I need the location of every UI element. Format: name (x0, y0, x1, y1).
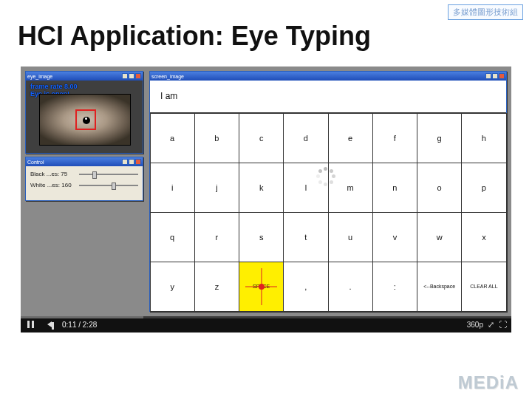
control-window-title: Control (27, 160, 44, 165)
slider1-track[interactable] (79, 174, 138, 175)
slider1-thumb[interactable] (92, 171, 97, 179)
key-v[interactable]: v (372, 212, 417, 262)
eye-window-titlebar[interactable]: eye_image (26, 72, 143, 81)
key-w[interactable]: w (417, 212, 462, 262)
pause-button[interactable] (21, 318, 40, 332)
key-f[interactable]: f (372, 113, 417, 163)
close-button[interactable] (135, 159, 141, 165)
video-controls: 0:11 / 2:28 360p ⤢ ⛶ (21, 316, 511, 332)
keyboard-body: I am abcdefghijklmnopqrstuvwxyzSPACE,.:<… (150, 81, 506, 311)
key-t[interactable]: t (283, 212, 328, 262)
slider-row-1: Black ...es: 75 (30, 171, 138, 177)
key-x[interactable]: x (461, 212, 506, 262)
eye-tracker-window: eye_image frame rate 8.00 Eye is open! (25, 71, 143, 154)
minimize-button[interactable] (485, 73, 491, 79)
key-z[interactable]: z (194, 262, 239, 312)
key-clear-all[interactable]: CLEAR ALL (461, 262, 506, 312)
window-buttons (122, 159, 141, 165)
key-c[interactable]: c (239, 113, 284, 163)
slider2-track[interactable] (79, 185, 138, 186)
key-i[interactable]: i (150, 163, 195, 213)
progress-bar[interactable] (21, 316, 511, 318)
maximize-button[interactable] (129, 159, 134, 165)
volume-icon (47, 321, 52, 327)
key-l[interactable]: l (283, 163, 328, 213)
window-buttons (485, 73, 505, 79)
key-r[interactable]: r (194, 212, 239, 262)
typed-text-area: I am (150, 81, 506, 113)
eye-detection-box (75, 109, 96, 130)
key-e[interactable]: e (328, 113, 373, 163)
minimize-button[interactable] (122, 159, 128, 165)
eye-window-content: frame rate 8.00 Eye is open! (26, 81, 143, 153)
volume-button[interactable] (40, 318, 59, 332)
control-window-titlebar[interactable]: Control (26, 157, 143, 166)
gaze-crosshair-icon (239, 262, 283, 311)
close-button[interactable] (135, 73, 141, 79)
progress-loaded (21, 316, 143, 318)
timecode: 0:11 / 2:28 (62, 321, 97, 329)
key-[interactable]: : (372, 262, 417, 312)
keyboard-window-title: screen_image (151, 74, 184, 79)
window-buttons (122, 73, 141, 79)
minimize-button[interactable] (122, 73, 128, 79)
key-s[interactable]: s (239, 212, 284, 262)
keyboard-grid: abcdefghijklmnopqrstuvwxyzSPACE,.:<--Bac… (150, 113, 506, 311)
key-[interactable]: . (328, 262, 373, 312)
key-y[interactable]: y (150, 262, 195, 312)
key-p[interactable]: p (461, 163, 506, 213)
slider2-thumb[interactable] (112, 183, 116, 190)
control-window-content: Black ...es: 75 White ...es: 160 (26, 166, 143, 200)
eye-window-title: eye_image (27, 74, 52, 79)
maximize-button[interactable] (129, 73, 134, 79)
glint-marker (85, 117, 87, 120)
media-watermark: MEDiA (458, 372, 519, 393)
key-g[interactable]: g (417, 113, 462, 163)
theater-mode-icon[interactable]: ⤢ (488, 320, 494, 330)
left-column: eye_image frame rate 8.00 Eye is open! (21, 66, 146, 316)
video-body: eye_image frame rate 8.00 Eye is open! (21, 66, 511, 316)
pause-icon (27, 321, 34, 328)
right-column: screen_image I am abcdefghijklmnopqrstuv… (146, 66, 511, 316)
key-d[interactable]: d (283, 113, 328, 163)
time-elapsed: 0:11 (62, 321, 76, 329)
key-j[interactable]: j (194, 163, 239, 213)
right-controls: 360p ⤢ ⛶ (467, 320, 511, 330)
key-n[interactable]: n (372, 163, 417, 213)
time-total: 2:28 (83, 321, 97, 329)
key-k[interactable]: k (239, 163, 284, 213)
maximize-button[interactable] (492, 73, 498, 79)
eye-camera-image (39, 94, 131, 146)
slider-row-2: White ...es: 160 (30, 182, 138, 188)
keyboard-window: screen_image I am abcdefghijklmnopqrstuv… (149, 71, 507, 312)
control-window: Control Black ...es: 75 (25, 157, 143, 201)
key-space[interactable]: SPACE (239, 262, 284, 312)
key-a[interactable]: a (150, 113, 195, 163)
key-m[interactable]: m (328, 163, 373, 213)
key-h[interactable]: h (461, 113, 506, 163)
close-button[interactable] (499, 73, 505, 79)
key-b[interactable]: b (194, 113, 239, 163)
key-q[interactable]: q (150, 212, 195, 262)
keyboard-window-titlebar[interactable]: screen_image (150, 72, 506, 81)
key-u[interactable]: u (328, 212, 373, 262)
video-player: eye_image frame rate 8.00 Eye is open! (21, 66, 511, 332)
slider1-label: Black ...es: 75 (30, 171, 76, 177)
corner-badge: 多媒體圖形技術組 (448, 4, 523, 20)
key-o[interactable]: o (417, 163, 462, 213)
slider2-label: White ...es: 160 (30, 182, 76, 188)
fullscreen-icon[interactable]: ⛶ (499, 320, 507, 329)
key-[interactable]: , (283, 262, 328, 312)
key-backspace[interactable]: <--Backspace (417, 262, 462, 312)
quality-selector[interactable]: 360p (467, 321, 483, 329)
